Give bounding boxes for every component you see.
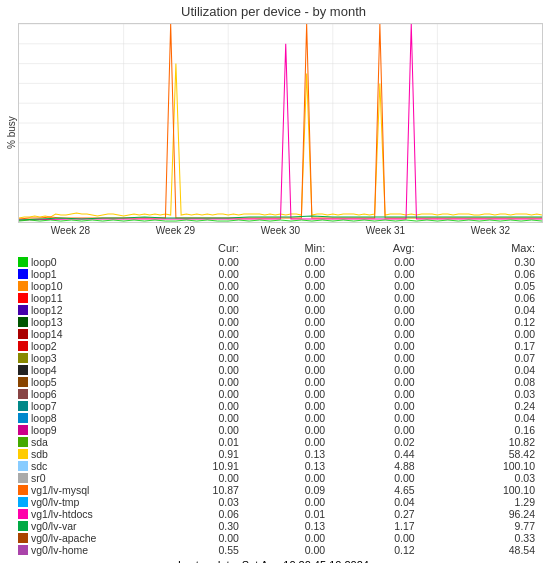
device-label: vg1/lv-htdocs <box>14 508 144 520</box>
color-indicator <box>18 461 28 471</box>
device-label: loop8 <box>14 412 144 424</box>
legend-row: vg1/lv-mysql 10.87 0.09 4.65 100.10 <box>14 484 543 496</box>
device-cur: 0.00 <box>144 328 247 340</box>
legend-section: Cur: Min: Avg: Max: loop0 0.00 0.00 0.00… <box>4 242 543 556</box>
device-cur: 0.00 <box>144 256 247 268</box>
device-avg: 0.00 <box>333 472 422 484</box>
device-name: sdc <box>31 460 47 472</box>
device-label: loop6 <box>14 388 144 400</box>
legend-row: sda 0.01 0.00 0.02 10.82 <box>14 436 543 448</box>
device-cur: 0.00 <box>144 316 247 328</box>
chart-title: Utilization per device - by month <box>4 4 543 19</box>
device-avg: 0.00 <box>333 424 422 436</box>
last-update: Last update: Sat Aug 10 20:45:10 2024 <box>4 559 543 563</box>
device-label: loop9 <box>14 424 144 436</box>
device-avg: 4.88 <box>333 460 422 472</box>
device-name: loop3 <box>31 352 57 364</box>
color-indicator <box>18 521 28 531</box>
device-name: loop12 <box>31 304 63 316</box>
device-avg: 0.27 <box>333 508 422 520</box>
color-indicator <box>18 425 28 435</box>
x-label-week29: Week 29 <box>156 225 195 236</box>
color-indicator <box>18 365 28 375</box>
device-avg: 0.00 <box>333 328 422 340</box>
device-min: 0.00 <box>247 316 333 328</box>
device-max: 0.07 <box>423 352 543 364</box>
device-max: 0.08 <box>423 376 543 388</box>
device-cur: 0.00 <box>144 412 247 424</box>
device-name: loop4 <box>31 364 57 376</box>
legend-row: vg0/lv-var 0.30 0.13 1.17 9.77 <box>14 520 543 532</box>
device-cur: 0.00 <box>144 472 247 484</box>
device-name: loop13 <box>31 316 63 328</box>
main-container: Utilization per device - by month % busy <box>0 0 547 563</box>
device-cur: 0.00 <box>144 424 247 436</box>
color-indicator <box>18 533 28 543</box>
legend-row: loop7 0.00 0.00 0.00 0.24 <box>14 400 543 412</box>
device-label: vg0/lv-apache <box>14 532 144 544</box>
device-label: vg0/lv-home <box>14 544 144 556</box>
device-max: 48.54 <box>423 544 543 556</box>
device-label: loop4 <box>14 364 144 376</box>
device-name: loop1 <box>31 268 57 280</box>
device-cur: 0.06 <box>144 508 247 520</box>
device-label: vg1/lv-mysql <box>14 484 144 496</box>
color-indicator <box>18 269 28 279</box>
device-min: 0.00 <box>247 400 333 412</box>
device-cur: 0.00 <box>144 400 247 412</box>
device-cur: 0.00 <box>144 340 247 352</box>
device-max: 0.24 <box>423 400 543 412</box>
device-avg: 0.00 <box>333 532 422 544</box>
last-update-text: Last update: Sat Aug 10 20:45:10 2024 <box>178 559 369 563</box>
device-label: loop14 <box>14 328 144 340</box>
legend-row: sdc 10.91 0.13 4.88 100.10 <box>14 460 543 472</box>
legend-row: loop11 0.00 0.00 0.00 0.06 <box>14 292 543 304</box>
device-min: 0.00 <box>247 424 333 436</box>
device-avg: 0.00 <box>333 304 422 316</box>
device-name: vg1/lv-mysql <box>31 484 89 496</box>
legend-row: loop9 0.00 0.00 0.00 0.16 <box>14 424 543 436</box>
device-label: loop2 <box>14 340 144 352</box>
device-label: loop1 <box>14 268 144 280</box>
device-min: 0.00 <box>247 412 333 424</box>
color-indicator <box>18 353 28 363</box>
device-avg: 0.04 <box>333 496 422 508</box>
device-name: sdb <box>31 448 48 460</box>
device-min: 0.00 <box>247 496 333 508</box>
header-cur: Cur: <box>144 242 247 256</box>
color-indicator <box>18 305 28 315</box>
device-cur: 0.00 <box>144 388 247 400</box>
device-label: loop10 <box>14 280 144 292</box>
device-min: 0.13 <box>247 460 333 472</box>
device-label: loop7 <box>14 400 144 412</box>
device-label: loop13 <box>14 316 144 328</box>
device-avg: 0.00 <box>333 388 422 400</box>
device-cur: 0.00 <box>144 352 247 364</box>
device-name: loop0 <box>31 256 57 268</box>
device-max: 100.10 <box>423 484 543 496</box>
device-min: 0.00 <box>247 364 333 376</box>
color-indicator <box>18 329 28 339</box>
device-max: 9.77 <box>423 520 543 532</box>
device-avg: 0.00 <box>333 280 422 292</box>
x-label-week30: Week 30 <box>261 225 300 236</box>
device-cur: 0.55 <box>144 544 247 556</box>
device-max: 0.16 <box>423 424 543 436</box>
device-cur: 0.00 <box>144 376 247 388</box>
device-name: loop2 <box>31 340 57 352</box>
device-label: sr0 <box>14 472 144 484</box>
legend-row: vg0/lv-tmp 0.03 0.00 0.04 1.29 <box>14 496 543 508</box>
x-axis-labels: Week 28 Week 29 Week 30 Week 31 Week 32 <box>18 223 543 240</box>
color-indicator <box>18 341 28 351</box>
color-indicator <box>18 437 28 447</box>
device-min: 0.00 <box>247 436 333 448</box>
device-cur: 10.91 <box>144 460 247 472</box>
device-cur: 0.00 <box>144 280 247 292</box>
color-indicator <box>18 545 28 555</box>
device-avg: 0.00 <box>333 400 422 412</box>
device-cur: 0.91 <box>144 448 247 460</box>
device-max: 0.06 <box>423 292 543 304</box>
device-label: loop3 <box>14 352 144 364</box>
legend-row: vg0/lv-apache 0.00 0.00 0.00 0.33 <box>14 532 543 544</box>
x-label-week28: Week 28 <box>51 225 90 236</box>
